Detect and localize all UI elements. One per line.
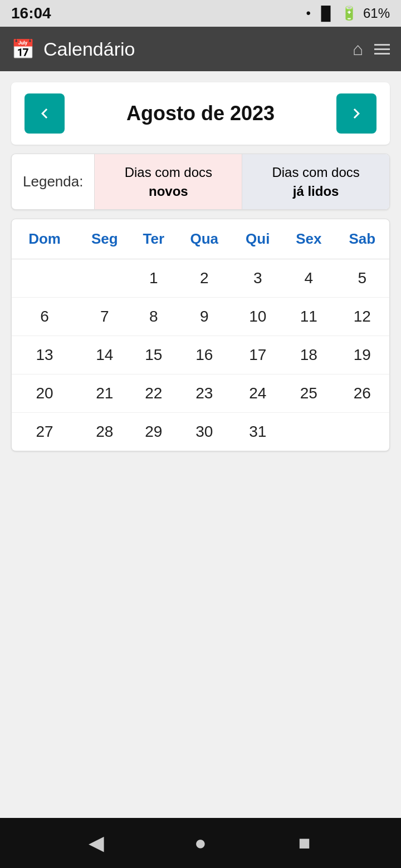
prev-month-button[interactable] bbox=[25, 93, 65, 134]
calendar-day[interactable]: 7 bbox=[77, 298, 131, 336]
weekday-header: Seg bbox=[77, 219, 131, 259]
calendar-day[interactable]: 13 bbox=[12, 336, 77, 374]
calendar-day[interactable]: 5 bbox=[335, 259, 389, 298]
calendar-empty bbox=[335, 413, 389, 451]
calendar-day[interactable]: 28 bbox=[77, 413, 131, 451]
calendar-day[interactable]: 9 bbox=[175, 298, 233, 336]
calendar-day[interactable]: 31 bbox=[233, 413, 282, 451]
calendar-empty bbox=[282, 413, 335, 451]
calendar-week-row: 12345 bbox=[12, 259, 389, 298]
calendar-day[interactable]: 14 bbox=[77, 336, 131, 374]
app-bar-right: ⌂ bbox=[353, 39, 390, 60]
weekday-header: Qui bbox=[233, 219, 282, 259]
calendar-icon: 📅 bbox=[11, 38, 35, 60]
calendar-day[interactable]: 21 bbox=[77, 374, 131, 413]
calendar-day[interactable]: 20 bbox=[12, 374, 77, 413]
calendar-day[interactable]: 12 bbox=[335, 298, 389, 336]
home-icon[interactable]: ⌂ bbox=[353, 39, 363, 60]
calendar-empty bbox=[12, 259, 77, 298]
calendar-day[interactable]: 2 bbox=[175, 259, 233, 298]
weekday-header: Sab bbox=[335, 219, 389, 259]
calendar-day[interactable]: 1 bbox=[131, 259, 175, 298]
weekday-header: Qua bbox=[175, 219, 233, 259]
app-title: Calendário bbox=[43, 38, 135, 60]
weekday-header: Sex bbox=[282, 219, 335, 259]
calendar-week-row: 6789101112 bbox=[12, 298, 389, 336]
next-month-button[interactable] bbox=[336, 93, 376, 134]
calendar-day[interactable]: 15 bbox=[131, 336, 175, 374]
menu-icon[interactable] bbox=[374, 44, 390, 55]
calendar-week-row: 2728293031 bbox=[12, 413, 389, 451]
legend-card: Legenda: Dias com docsnovos Dias com doc… bbox=[11, 154, 390, 210]
calendar-day[interactable]: 16 bbox=[175, 336, 233, 374]
calendar-table: DomSegTerQuaQuiSexSab 123456789101112131… bbox=[12, 219, 389, 451]
calendar-day[interactable]: 3 bbox=[233, 259, 282, 298]
calendar-week-row: 13141516171819 bbox=[12, 336, 389, 374]
legend-read-docs: Dias com docsjá lidos bbox=[242, 154, 389, 209]
calendar-day[interactable]: 19 bbox=[335, 336, 389, 374]
legend-label: Legenda: bbox=[12, 154, 95, 209]
signal-bars-icon: ▐▌ bbox=[316, 6, 335, 21]
calendar-day[interactable]: 18 bbox=[282, 336, 335, 374]
calendar-day[interactable]: 10 bbox=[233, 298, 282, 336]
app-bar: 📅 Calendário ⌂ bbox=[0, 27, 401, 71]
calendar-week-row: 20212223242526 bbox=[12, 374, 389, 413]
arrow-right-icon bbox=[346, 103, 366, 124]
status-bar: 16:04 • ▐▌ 🔋 61% bbox=[0, 0, 401, 27]
calendar-card: DomSegTerQuaQuiSexSab 123456789101112131… bbox=[11, 219, 390, 451]
battery-icon: 🔋 bbox=[341, 6, 358, 21]
bottom-bar: ◀ ● ■ bbox=[0, 818, 401, 868]
arrow-left-icon bbox=[35, 103, 55, 124]
main-content: Agosto de 2023 Legenda: Dias com docsnov… bbox=[0, 71, 401, 818]
recents-button[interactable]: ■ bbox=[288, 826, 321, 860]
calendar-day[interactable]: 24 bbox=[233, 374, 282, 413]
calendar-empty bbox=[77, 259, 131, 298]
signal-dot-icon: • bbox=[306, 6, 311, 21]
month-title: Agosto de 2023 bbox=[126, 102, 275, 125]
calendar-day[interactable]: 8 bbox=[131, 298, 175, 336]
status-time: 16:04 bbox=[11, 4, 51, 22]
calendar-day[interactable]: 11 bbox=[282, 298, 335, 336]
month-navigation: Agosto de 2023 bbox=[11, 82, 390, 145]
home-button[interactable]: ● bbox=[184, 826, 217, 860]
calendar-day[interactable]: 26 bbox=[335, 374, 389, 413]
status-icons: • ▐▌ 🔋 61% bbox=[306, 6, 390, 21]
calendar-day[interactable]: 22 bbox=[131, 374, 175, 413]
app-bar-left: 📅 Calendário bbox=[11, 38, 135, 60]
calendar-day[interactable]: 29 bbox=[131, 413, 175, 451]
calendar-day[interactable]: 27 bbox=[12, 413, 77, 451]
back-button[interactable]: ◀ bbox=[80, 826, 113, 860]
legend-new-docs: Dias com docsnovos bbox=[95, 154, 242, 209]
weekday-header: Ter bbox=[131, 219, 175, 259]
weekday-header: Dom bbox=[12, 219, 77, 259]
calendar-day[interactable]: 4 bbox=[282, 259, 335, 298]
calendar-day[interactable]: 6 bbox=[12, 298, 77, 336]
battery-percent: 61% bbox=[363, 6, 390, 21]
calendar-day[interactable]: 30 bbox=[175, 413, 233, 451]
calendar-day[interactable]: 17 bbox=[233, 336, 282, 374]
calendar-day[interactable]: 25 bbox=[282, 374, 335, 413]
calendar-day[interactable]: 23 bbox=[175, 374, 233, 413]
